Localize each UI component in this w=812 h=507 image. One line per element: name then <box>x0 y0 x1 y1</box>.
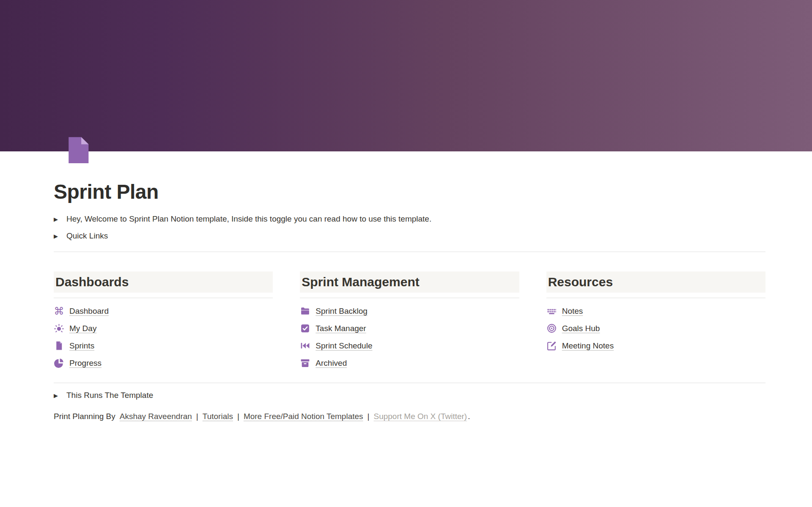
folder-icon <box>300 306 310 316</box>
link-my-day[interactable]: My Day <box>54 320 273 337</box>
command-icon: ⌘ <box>54 306 64 316</box>
link-label: Task Manager <box>315 324 366 333</box>
toggle-quick-links-label: Quick Links <box>66 231 108 241</box>
toggle-welcome-label: Hey, Welcome to Sprint Plan Notion templ… <box>66 214 431 224</box>
link-label: Sprints <box>69 341 94 351</box>
columns-section: Dashboards ⌘ Dashboard My Day <box>54 271 765 372</box>
link-label: Notes <box>562 307 583 316</box>
footer-suffix: . <box>468 412 470 421</box>
footer-link-author[interactable]: Akshay Raveendran <box>120 412 192 421</box>
link-archived[interactable]: Archived <box>300 354 519 372</box>
link-label: Meeting Notes <box>562 341 614 351</box>
target-icon <box>546 323 557 334</box>
link-progress[interactable]: Progress <box>54 354 273 372</box>
divider <box>546 298 765 298</box>
link-label: Archived <box>315 359 347 368</box>
toggle-runs-template[interactable]: ▶ This Runs The Template <box>54 391 765 400</box>
divider <box>54 298 273 298</box>
column-heading: Sprint Management <box>300 271 519 293</box>
link-meeting-notes[interactable]: Meeting Notes <box>546 337 765 354</box>
divider <box>300 298 519 298</box>
rewind-icon <box>300 340 310 351</box>
link-label: Progress <box>69 359 102 368</box>
toggle-triangle-icon[interactable]: ▶ <box>54 217 66 222</box>
pie-chart-icon <box>54 358 64 368</box>
page-body: Sprint Plan ▶ Hey, Welcome to Sprint Pla… <box>0 180 812 421</box>
page-title: Sprint Plan <box>54 180 765 203</box>
link-label: Sprint Backlog <box>315 307 368 316</box>
toggle-quick-links[interactable]: ▶ Quick Links <box>54 231 765 241</box>
link-goals-hub[interactable]: Goals Hub <box>546 320 765 337</box>
cover-image <box>0 0 812 151</box>
footer-link-templates[interactable]: More Free/Paid Notion Templates <box>244 412 363 421</box>
toggle-triangle-icon[interactable]: ▶ <box>54 393 66 398</box>
document-icon <box>54 340 64 351</box>
checkbox-icon <box>300 323 310 334</box>
page-icon[interactable] <box>62 134 95 167</box>
toggle-welcome[interactable]: ▶ Hey, Welcome to Sprint Plan Notion tem… <box>54 214 765 224</box>
footer-prefix: Print Planning By <box>54 412 115 421</box>
footer-link-tutorials[interactable]: Tutorials <box>203 412 233 421</box>
column-sprint-management: Sprint Management Sprint Backlog <box>300 271 519 372</box>
keyboard-icon <box>546 306 557 316</box>
link-label: Dashboard <box>69 307 109 316</box>
link-sprint-backlog[interactable]: Sprint Backlog <box>300 302 519 320</box>
link-sprint-schedule[interactable]: Sprint Schedule <box>300 337 519 354</box>
column-heading: Resources <box>546 271 765 293</box>
sun-icon <box>54 323 64 334</box>
edit-icon <box>546 340 557 351</box>
column-heading: Dashboards <box>54 271 273 293</box>
toggle-runs-template-label: This Runs The Template <box>66 391 153 400</box>
divider <box>54 383 765 383</box>
link-dashboard[interactable]: ⌘ Dashboard <box>54 302 273 320</box>
archive-icon <box>300 358 310 368</box>
toggle-triangle-icon[interactable]: ▶ <box>54 233 66 239</box>
link-label: Goals Hub <box>562 324 600 333</box>
purple-document-icon <box>62 134 95 167</box>
link-sprints[interactable]: Sprints <box>54 337 273 354</box>
link-label: Sprint Schedule <box>315 341 372 351</box>
column-dashboards: Dashboards ⌘ Dashboard My Day <box>54 271 273 372</box>
footer-separator: | <box>196 412 198 421</box>
footer-separator: | <box>237 412 239 421</box>
divider <box>54 252 765 252</box>
link-task-manager[interactable]: Task Manager <box>300 320 519 337</box>
link-label: My Day <box>69 324 96 333</box>
column-resources: Resources Notes <box>546 271 765 372</box>
footer: Print Planning By Akshay Raveendran | Tu… <box>54 412 765 421</box>
link-notes[interactable]: Notes <box>546 302 765 320</box>
footer-link-twitter[interactable]: Support Me On X (Twitter) <box>374 412 467 421</box>
footer-separator: | <box>368 412 370 421</box>
